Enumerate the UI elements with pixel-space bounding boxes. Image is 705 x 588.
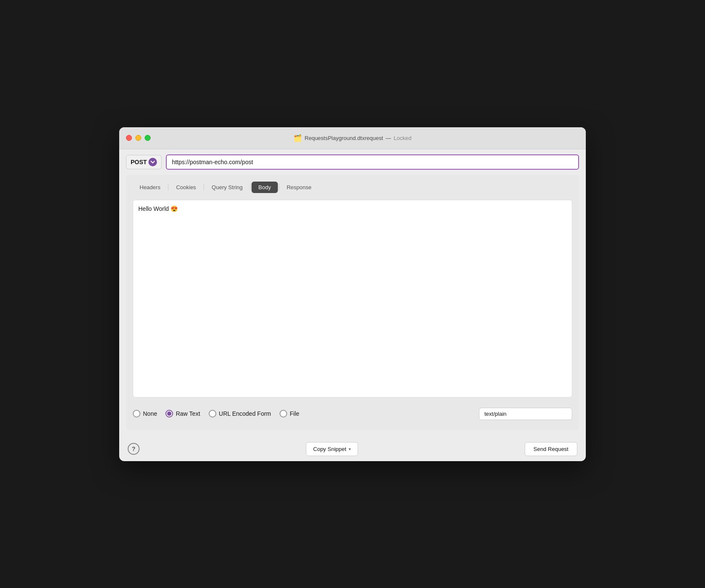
- radio-raw-text-label: Raw Text: [176, 410, 200, 417]
- body-options: None Raw Text URL Encoded Form File: [133, 404, 572, 423]
- bottom-bar: ? Copy Snippet ▾ Send Request: [119, 437, 586, 461]
- send-request-button[interactable]: Send Request: [525, 442, 577, 456]
- help-button[interactable]: ?: [128, 443, 140, 455]
- window-filename: RequestsPlayground.dtxrequest: [305, 135, 383, 141]
- tab-cookies[interactable]: Cookies: [169, 182, 203, 193]
- method-icon: [148, 158, 157, 166]
- radio-file-label: File: [290, 410, 299, 417]
- traffic-lights: [126, 135, 151, 141]
- tab-body[interactable]: Body: [252, 182, 278, 193]
- radio-file-circle: [280, 410, 287, 417]
- tab-separator-4: [279, 184, 279, 190]
- window-separator: —: [386, 135, 391, 141]
- tab-separator-2: [204, 184, 204, 190]
- radio-url-encoded-label: URL Encoded Form: [219, 410, 271, 417]
- toolbar: POST: [119, 149, 586, 175]
- radio-none[interactable]: None: [133, 410, 157, 417]
- radio-file[interactable]: File: [280, 410, 299, 417]
- tab-response[interactable]: Response: [280, 182, 319, 193]
- content-type-input[interactable]: [479, 408, 572, 420]
- radio-none-label: None: [143, 410, 157, 417]
- tab-separator-1: [168, 184, 168, 190]
- body-textarea-container: Hello World 😍: [133, 200, 572, 398]
- radio-url-encoded[interactable]: URL Encoded Form: [209, 410, 271, 417]
- radio-url-encoded-circle: [209, 410, 216, 417]
- titlebar: 🗂️ RequestsPlayground.dtxrequest — Locke…: [119, 127, 586, 149]
- copy-snippet-label: Copy Snippet: [313, 446, 346, 452]
- radio-raw-text-circle: [165, 410, 173, 417]
- tab-headers[interactable]: Headers: [133, 182, 167, 193]
- method-label: POST: [131, 159, 147, 165]
- main-window: 🗂️ RequestsPlayground.dtxrequest — Locke…: [119, 127, 586, 461]
- minimize-button[interactable]: [135, 135, 141, 141]
- body-textarea[interactable]: Hello World 😍: [133, 200, 572, 395]
- maximize-button[interactable]: [145, 135, 151, 141]
- window-icon: 🗂️: [294, 134, 302, 142]
- tabs: Headers Cookies Query String Body Respon…: [133, 182, 572, 193]
- url-input[interactable]: [166, 154, 579, 170]
- main-content: Headers Cookies Query String Body Respon…: [119, 175, 586, 437]
- close-button[interactable]: [126, 135, 132, 141]
- window-status: Locked: [394, 135, 411, 141]
- tab-separator-3: [250, 184, 251, 190]
- radio-none-circle: [133, 410, 140, 417]
- tab-query-string[interactable]: Query String: [205, 182, 249, 193]
- method-selector[interactable]: POST: [126, 155, 162, 169]
- copy-snippet-button[interactable]: Copy Snippet ▾: [306, 442, 358, 456]
- panel: Headers Cookies Query String Body Respon…: [126, 175, 579, 430]
- radio-raw-text[interactable]: Raw Text: [165, 410, 200, 417]
- window-title: 🗂️ RequestsPlayground.dtxrequest — Locke…: [294, 134, 411, 142]
- chevron-down-icon: ▾: [349, 447, 351, 451]
